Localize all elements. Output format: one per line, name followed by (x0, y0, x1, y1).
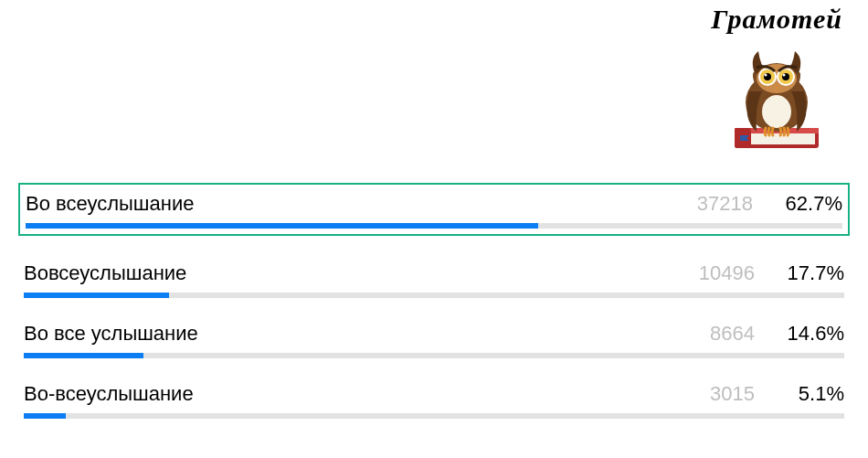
option-label: Вовсеуслышание (24, 261, 186, 285)
poll-results: Во всеуслышание 37218 62.7% Вовсеуслышан… (18, 183, 850, 437)
option-count: 8664 (691, 322, 755, 346)
option-percent: 62.7% (778, 192, 842, 216)
poll-row: Вовсеуслышание 10496 17.7% (18, 256, 850, 302)
svg-point-14 (783, 74, 786, 77)
svg-point-5 (762, 95, 791, 128)
bar-track (24, 293, 844, 298)
option-count: 37218 (689, 192, 753, 216)
bar-fill (24, 413, 66, 419)
option-label: Во-всеуслышание (24, 382, 194, 406)
bar-fill (24, 293, 169, 298)
poll-row: Во все услышание 8664 14.6% (18, 316, 850, 362)
owl-on-book-icon (722, 37, 831, 159)
bar-fill (24, 353, 143, 358)
option-count: 10496 (691, 261, 755, 285)
poll-row: Во-всеуслышание 3015 5.1% (18, 377, 850, 422)
bar-track (26, 223, 842, 229)
option-percent: 17.7% (780, 261, 844, 285)
option-percent: 5.1% (780, 382, 844, 406)
option-label: Во все услышание (24, 322, 198, 346)
bar-track (24, 413, 844, 419)
option-count: 3015 (691, 382, 755, 406)
bar-track (24, 353, 844, 358)
poll-row: Во всеуслышание 37218 62.7% (18, 183, 850, 236)
brand-block: Грамотей (711, 4, 842, 159)
option-label: Во всеуслышание (26, 192, 194, 216)
brand-title: Грамотей (711, 4, 842, 35)
bar-fill (26, 223, 538, 229)
option-percent: 14.6% (780, 322, 844, 346)
svg-point-13 (765, 74, 767, 77)
